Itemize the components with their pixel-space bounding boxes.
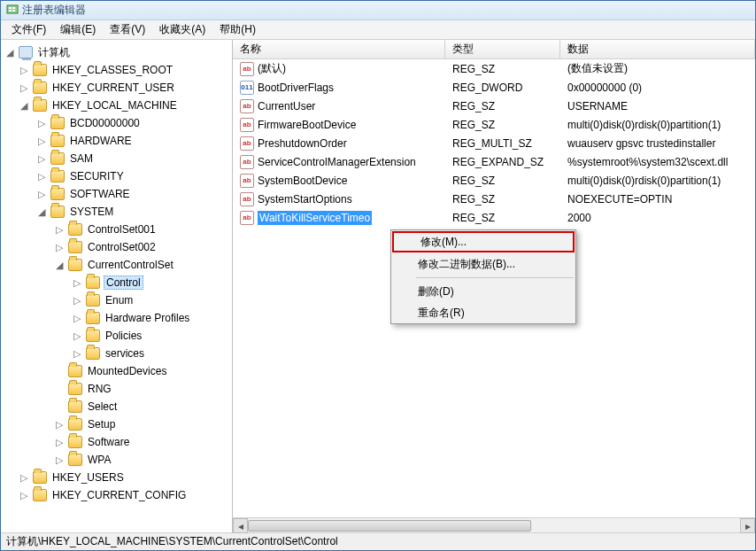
tree-label: RNG	[86, 383, 113, 395]
tree-label: services	[104, 347, 146, 360]
folder-icon	[50, 170, 65, 182]
tree-node[interactable]: ▷WPA	[1, 451, 232, 469]
expand-icon[interactable]: ▷	[54, 419, 65, 431]
menu-edit[interactable]: 编辑(E)	[53, 20, 103, 39]
tree-node-hkcu[interactable]: ▷ HKEY_CURRENT_USER	[1, 79, 232, 97]
tree-node[interactable]: ▷ControlSet001	[1, 221, 232, 238]
menu-favorites[interactable]: 收藏夹(A)	[152, 20, 212, 39]
menu-file[interactable]: 文件(F)	[4, 20, 53, 39]
tree-label: SECURITY	[68, 170, 126, 182]
value-row[interactable]: abWaitToKillServiceTimeoREG_SZ2000	[233, 208, 755, 227]
tree-node-system[interactable]: ◢SYSTEM	[1, 203, 232, 221]
tree-node-ccs[interactable]: ◢CurrentControlSet	[1, 256, 232, 274]
expand-icon[interactable]: ▷	[36, 171, 47, 182]
scroll-right-icon[interactable]: ▸	[740, 518, 755, 533]
tree-node[interactable]: Select	[1, 398, 232, 415]
value-data: NOEXECUTE=OPTIN	[560, 193, 755, 206]
tree-node[interactable]: ▷SAM	[1, 150, 232, 167]
collapse-icon[interactable]: ◢	[54, 260, 65, 271]
tree-label: ControlSet001	[86, 223, 158, 236]
expand-icon[interactable]: ▷	[36, 118, 47, 129]
tree-node[interactable]: RNG	[1, 380, 232, 398]
expand-icon[interactable]: ▷	[72, 277, 82, 289]
tree-label: MountedDevices	[86, 365, 168, 377]
tree-node-hku[interactable]: ▷ HKEY_USERS	[1, 469, 232, 486]
tree-node-hkcc[interactable]: ▷ HKEY_CURRENT_CONFIG	[1, 486, 232, 504]
column-type[interactable]: 类型	[445, 40, 560, 58]
tree-node-control[interactable]: ▷Control	[1, 274, 232, 291]
expand-icon[interactable]: ▷	[54, 454, 65, 466]
expand-icon[interactable]: ▷	[72, 313, 82, 324]
tree-node[interactable]: ▷Enum	[1, 291, 232, 309]
value-data: multi(0)disk(0)rdisk(0)partition(1)	[560, 175, 755, 187]
expand-icon[interactable]: ▷	[19, 490, 29, 501]
expand-icon[interactable]: ▷	[36, 136, 47, 147]
folder-icon	[86, 294, 100, 307]
folder-icon	[86, 330, 100, 342]
context-menu-modify-binary[interactable]: 修改二进制数据(B)...	[391, 253, 575, 275]
value-row[interactable]: 011BootDriverFlagsREG_DWORD0x00000000 (0…	[233, 78, 755, 97]
expand-icon[interactable]: ▷	[72, 295, 82, 307]
expand-icon[interactable]: ▷	[72, 330, 82, 342]
expand-icon[interactable]: ▷	[54, 224, 65, 236]
main-pane: ◢ 计算机 ▷ HKEY_CLASSES_ROOT ▷ HKEY_CURRENT…	[1, 40, 755, 532]
value-row[interactable]: ab(默认)REG_SZ(数值未设置)	[233, 59, 755, 78]
tree-label: HKEY_CURRENT_USER	[50, 81, 176, 94]
tree-label: Software	[86, 436, 131, 448]
tree-node[interactable]: ▷SOFTWARE	[1, 185, 232, 203]
folder-icon	[50, 188, 65, 200]
scroll-left-icon[interactable]: ◂	[233, 518, 248, 533]
value-row[interactable]: abSystemBootDeviceREG_SZmulti(0)disk(0)r…	[233, 171, 755, 190]
context-menu-delete[interactable]: 删除(D)	[391, 281, 575, 302]
context-menu-rename[interactable]: 重命名(R)	[391, 302, 575, 323]
expand-icon[interactable]: ▷	[19, 82, 29, 94]
value-row[interactable]: abSystemStartOptionsREG_SZ NOEXECUTE=OPT…	[233, 190, 755, 208]
tree-node[interactable]: ▷SECURITY	[1, 167, 232, 185]
expand-icon[interactable]: ▷	[19, 65, 29, 76]
tree-node-computer[interactable]: ◢ 计算机	[1, 43, 232, 61]
expand-icon[interactable]: ▷	[36, 189, 47, 200]
column-name[interactable]: 名称	[233, 40, 445, 58]
menu-help[interactable]: 帮助(H)	[212, 20, 263, 39]
collapse-icon[interactable]: ◢	[4, 47, 15, 58]
collapse-icon[interactable]: ◢	[36, 206, 47, 218]
folder-icon	[68, 418, 82, 431]
tree-label: WPA	[86, 454, 112, 466]
scroll-thumb[interactable]	[248, 520, 531, 532]
horizontal-scrollbar[interactable]: ◂ ▸	[233, 517, 755, 532]
tree-label: SOFTWARE	[68, 188, 132, 200]
tree-node[interactable]: ▷BCD00000000	[1, 114, 232, 132]
folder-icon	[33, 471, 47, 484]
folder-icon	[68, 454, 82, 466]
expand-icon[interactable]: ▷	[19, 472, 29, 484]
context-menu-modify[interactable]: 修改(M)...	[392, 231, 575, 252]
menu-view[interactable]: 查看(V)	[103, 20, 152, 39]
tree-node[interactable]: ▷Policies	[1, 327, 232, 345]
value-name: FirmwareBootDevice	[258, 119, 356, 131]
tree-node-hklm[interactable]: ◢ HKEY_LOCAL_MACHINE	[1, 97, 232, 114]
tree-label: Policies	[104, 330, 143, 342]
tree-node[interactable]: MountedDevices	[1, 362, 232, 380]
tree-node[interactable]: ▷Software	[1, 433, 232, 451]
tree-node[interactable]: ▷ControlSet002	[1, 238, 232, 256]
tree-node[interactable]: ▷Setup	[1, 415, 232, 433]
value-type: REG_SZ	[445, 193, 560, 206]
expand-icon[interactable]: ▷	[54, 437, 65, 448]
collapse-icon[interactable]: ◢	[19, 100, 29, 112]
tree-node[interactable]: ▷HARDWARE	[1, 132, 232, 150]
column-data[interactable]: 数据	[560, 40, 755, 58]
tree-node[interactable]: ▷services	[1, 345, 232, 362]
expand-icon[interactable]: ▷	[36, 153, 47, 165]
tree-node-hkcr[interactable]: ▷ HKEY_CLASSES_ROOT	[1, 61, 232, 79]
value-row[interactable]: abServiceControlManagerExtensionREG_EXPA…	[233, 152, 755, 171]
svg-rect-1	[9, 7, 12, 9]
folder-icon	[33, 99, 47, 112]
tree-node[interactable]: ▷Hardware Profiles	[1, 309, 232, 327]
value-row[interactable]: abFirmwareBootDeviceREG_SZmulti(0)disk(0…	[233, 115, 755, 134]
value-row[interactable]: abPreshutdownOrderREG_MULTI_SZwuauserv g…	[233, 134, 755, 152]
expand-icon[interactable]: ▷	[72, 348, 82, 360]
expand-icon[interactable]: ▷	[54, 242, 65, 253]
context-menu: 修改(M)... 修改二进制数据(B)... 删除(D) 重命名(R)	[390, 229, 576, 324]
value-row[interactable]: abCurrentUserREG_SZUSERNAME	[233, 97, 755, 115]
registry-tree[interactable]: ◢ 计算机 ▷ HKEY_CLASSES_ROOT ▷ HKEY_CURRENT…	[1, 40, 233, 532]
